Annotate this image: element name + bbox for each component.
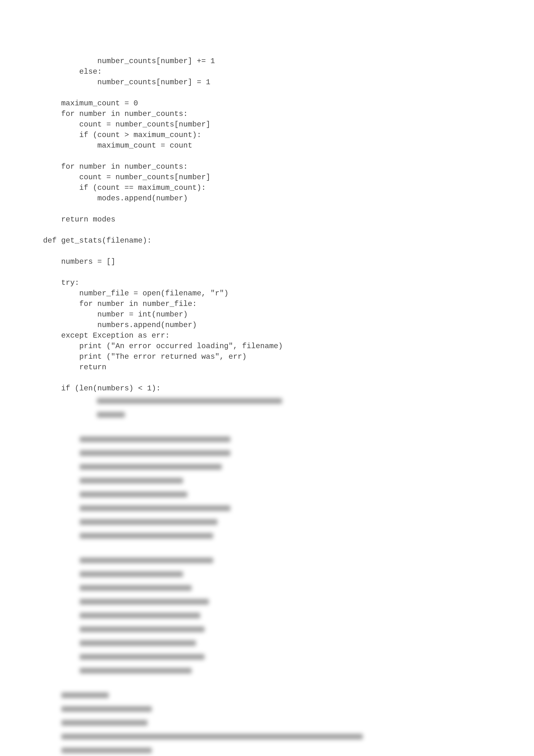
code-block: number_counts[number] += 1 else: number_… [43, 56, 491, 394]
blurred-block [62, 692, 491, 756]
blurred-block [80, 557, 491, 682]
blurred-block [97, 398, 491, 426]
blurred-block [80, 437, 491, 547]
blurred-content [43, 398, 491, 756]
document-page: number_counts[number] += 1 else: number_… [0, 0, 534, 756]
